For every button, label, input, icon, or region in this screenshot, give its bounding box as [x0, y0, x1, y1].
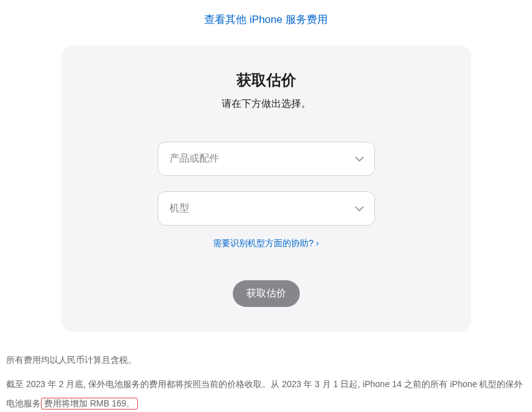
other-service-fee-link[interactable]: 查看其他 iPhone 服务费用 [204, 14, 327, 25]
estimate-card: 获取估价 请在下方做出选择。 产品或配件 机型 需要识别机型方面的协助? › 获… [61, 45, 471, 332]
card-title: 获取估价 [86, 70, 446, 90]
identify-model-help-link[interactable]: 需要识别机型方面的协助? › [213, 238, 318, 248]
chevron-right-icon: › [316, 238, 319, 248]
select-product-wrap: 产品或配件 [158, 142, 375, 176]
card-subtitle: 请在下方做出选择。 [86, 98, 446, 111]
get-estimate-button[interactable]: 获取估价 [233, 280, 300, 307]
help-link-wrap: 需要识别机型方面的协助? › [86, 238, 446, 249]
model-select[interactable]: 机型 [158, 191, 375, 226]
select-model-wrap: 机型 [158, 191, 375, 226]
footer-note-2: 截至 2023 年 2 月底, 保外电池服务的费用都将按照当前的价格收取。从 2… [0, 375, 532, 412]
price-increase-highlight: 费用将增加 RMB 169。 [41, 398, 138, 410]
footer-note-1: 所有费用均以人民币计算且含税。 [0, 350, 532, 370]
top-link-wrap: 查看其他 iPhone 服务费用 [0, 0, 532, 45]
product-select[interactable]: 产品或配件 [158, 142, 375, 176]
help-link-text: 需要识别机型方面的协助? [213, 238, 316, 248]
